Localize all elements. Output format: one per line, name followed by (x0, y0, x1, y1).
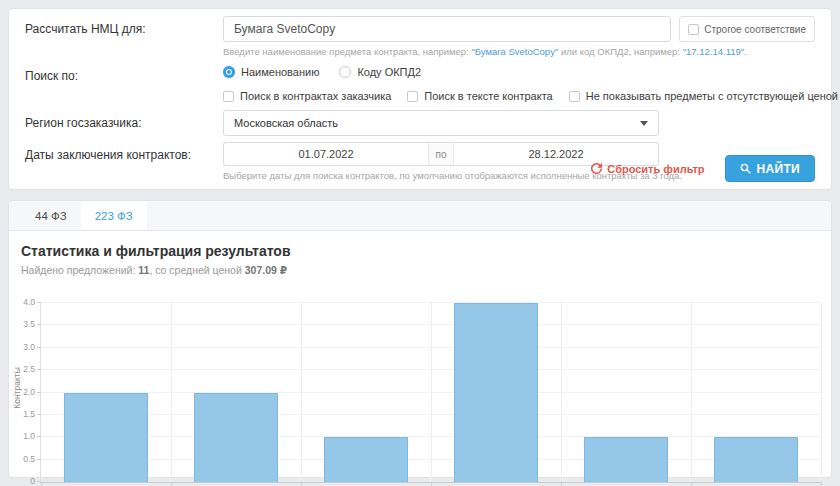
bar-256[interactable] (64, 393, 147, 483)
checkbox-hide-no-price-label: Не показывать предметы с отсутствующей ц… (586, 90, 838, 102)
y-tick-mark (37, 369, 41, 370)
checkbox-icon (569, 91, 580, 102)
find-button-label: НАЙТИ (757, 162, 800, 176)
stats-count: 11 (138, 264, 149, 276)
y-tick-mark (37, 302, 41, 303)
search-icon (740, 163, 751, 174)
y-tick-label: 0.5 (23, 454, 35, 464)
bar-282[interactable] (454, 303, 537, 482)
reset-filter-label: Сбросить фильтр (607, 163, 704, 175)
radio-by-okpd[interactable]: Коду ОКПД2 (339, 66, 421, 78)
y-tick-mark (37, 481, 41, 482)
date-from-input[interactable] (223, 142, 428, 166)
y-tick-label: 3.0 (23, 342, 35, 352)
hint-text: . (744, 46, 747, 57)
checkbox-icon (407, 91, 418, 102)
checkbox-contract-text-label: Поиск в тексте контракта (424, 90, 552, 102)
calc-nmc-row: Рассчитать НМЦ для: Строгое соответствие… (25, 16, 815, 57)
radio-unchecked-icon (339, 66, 351, 78)
strict-match-label: Строгое соответствие (704, 24, 806, 35)
filters-panel: Рассчитать НМЦ для: Строгое соответствие… (8, 8, 832, 190)
y-tick-mark (37, 347, 41, 348)
y-tick-mark (37, 459, 41, 460)
checkbox-icon[interactable] (688, 24, 699, 35)
y-axis-title: Контракты (12, 318, 22, 458)
results-stats: Найдено предложений: 11, со средней цено… (9, 259, 831, 276)
v-gridline (171, 303, 172, 482)
radio-by-okpd-label: Коду ОКПД2 (357, 66, 421, 78)
price-histogram: Контракты 00.51.01.52.02.53.03.54.025626… (9, 301, 831, 486)
bar-268[interactable] (194, 393, 277, 483)
stats-text: Найдено предложений: (21, 264, 138, 276)
checkbox-hide-no-price[interactable]: Не показывать предметы с отсутствующей ц… (569, 90, 838, 102)
bar-316[interactable] (584, 437, 667, 482)
y-tick-label: 2.5 (23, 364, 35, 374)
y-tick-label: 3.5 (23, 319, 35, 329)
example-name-link[interactable]: "Бумага SvetoCopy" (471, 46, 558, 57)
search-by-label: Поиск по: (25, 63, 223, 104)
search-hint: Введите наименование предмета контракта,… (223, 46, 815, 57)
y-tick-label: 4.0 (23, 297, 35, 307)
y-tick-mark (37, 414, 41, 415)
region-selected-value: Московская область (234, 117, 338, 129)
y-tick-label: 2.0 (23, 387, 35, 397)
calc-nmc-label: Рассчитать НМЦ для: (25, 16, 223, 57)
y-tick-mark (37, 324, 41, 325)
results-body: Статистика и фильтрация результатов Найд… (9, 231, 831, 477)
stats-text: , со средней ценой (149, 264, 244, 276)
checkbox-icon (223, 91, 234, 102)
subject-search-input[interactable] (223, 16, 671, 42)
plot-area: 00.51.01.52.02.53.03.54.0256268274282316… (40, 303, 822, 483)
dates-label: Даты заключения контрактов: (25, 142, 223, 181)
radio-by-name[interactable]: Наименованию (223, 66, 319, 78)
example-okpd-link[interactable]: "17.12.14.119" (683, 46, 745, 57)
checkbox-customer-contracts[interactable]: Поиск в контрактах заказчика (223, 90, 391, 102)
date-separator: по (428, 142, 454, 166)
reset-filter-button[interactable]: Сбросить фильтр (591, 163, 704, 175)
stats-avg-price: 307.09 ₽ (245, 264, 287, 276)
bar-612[interactable] (714, 437, 797, 482)
y-tick-mark (37, 392, 41, 393)
checkbox-customer-contracts-label: Поиск в контрактах заказчика (240, 90, 391, 102)
hint-text: или код ОКПД2, например: (558, 46, 682, 57)
region-label: Регион госзаказчика: (25, 110, 223, 136)
y-tick-label: 0 (30, 476, 35, 486)
hint-text: Введите наименование предмета контракта,… (223, 46, 471, 57)
refresh-icon (591, 163, 602, 174)
filter-actions: Сбросить фильтр НАЙТИ (591, 155, 815, 182)
y-tick-label: 1.5 (23, 409, 35, 419)
strict-match-toggle[interactable]: Строгое соответствие (679, 16, 815, 42)
caret-down-icon (640, 121, 648, 126)
search-by-row: Поиск по: Наименованию Коду ОКПД2 Поиск … (25, 63, 815, 104)
tab-223fz[interactable]: 223 ФЗ (81, 201, 147, 230)
tab-44fz[interactable]: 44 ФЗ (21, 201, 81, 230)
y-tick-mark (37, 436, 41, 437)
v-gridline (561, 303, 562, 482)
region-select[interactable]: Московская область (223, 110, 659, 136)
bar-274[interactable] (324, 437, 407, 482)
law-tabs: 44 ФЗ 223 ФЗ (9, 201, 831, 231)
results-heading: Статистика и фильтрация результатов (9, 231, 831, 259)
find-button[interactable]: НАЙТИ (725, 155, 815, 182)
radio-by-name-label: Наименованию (241, 66, 319, 78)
results-panel: 44 ФЗ 223 ФЗ Статистика и фильтрация рез… (8, 200, 832, 478)
region-row: Регион госзаказчика: Московская область (25, 110, 815, 136)
y-tick-label: 1.0 (23, 431, 35, 441)
v-gridline (431, 303, 432, 482)
checkbox-contract-text[interactable]: Поиск в тексте контракта (407, 90, 552, 102)
v-gridline (691, 303, 692, 482)
v-gridline (301, 303, 302, 482)
radio-checked-icon (223, 66, 235, 78)
